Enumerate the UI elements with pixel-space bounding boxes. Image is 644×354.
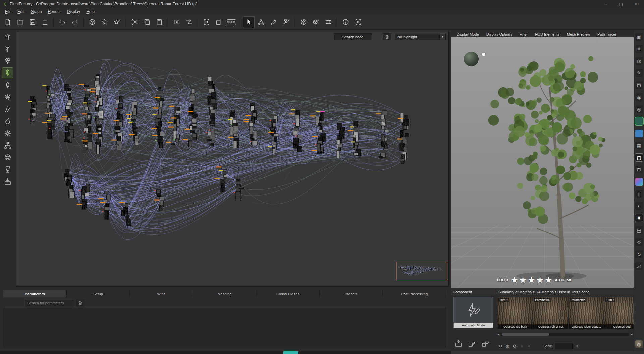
scrollbar-thumb[interactable] [502, 333, 549, 336]
search-node-button[interactable]: Search node [334, 33, 372, 40]
import-component-button[interactable] [2, 176, 13, 187]
material-card[interactable]: 10m▾Quercus rob bark [498, 297, 533, 329]
menu-file[interactable]: File [2, 9, 14, 14]
component-card[interactable]: Automatic Mode [453, 297, 493, 328]
material-size-tag[interactable]: Parametric [534, 298, 551, 302]
reset-icon[interactable]: ⟲ [498, 344, 502, 349]
quality-star[interactable]: ★ [536, 276, 544, 284]
material-ball-button[interactable]: ◍ [635, 57, 643, 65]
quality-star[interactable]: ★ [519, 276, 527, 284]
edit-component-button[interactable] [467, 339, 477, 348]
select-tool-button[interactable] [243, 17, 254, 28]
tab-parameters[interactable]: Parameters [3, 290, 67, 297]
close-button[interactable]: ✕ [629, 0, 644, 8]
menu-help[interactable]: Help [83, 9, 98, 14]
quality-star[interactable]: ★ [545, 276, 552, 284]
menu-edit[interactable]: Edit [14, 9, 28, 14]
tab-meshing[interactable]: Meshing [193, 290, 257, 297]
publish-button[interactable] [39, 17, 50, 28]
paint-tool-button[interactable]: ✎ [635, 69, 643, 77]
frame-all-button[interactable] [353, 17, 364, 28]
parameter-search-input[interactable] [25, 300, 73, 306]
bud-component-button[interactable] [2, 80, 13, 90]
color-view-button[interactable]: ▢ [635, 178, 643, 186]
delete-node-button[interactable] [383, 33, 391, 40]
mesh-button[interactable] [298, 17, 309, 28]
tab-setup[interactable]: Setup [67, 290, 130, 297]
settings-icon[interactable]: ⚙ [513, 344, 517, 349]
petal-component-button[interactable] [2, 92, 13, 102]
quality-star[interactable]: ★ [511, 276, 518, 284]
preview-tab-mesh-preview[interactable]: Mesh Preview [563, 32, 594, 37]
graph-minimap[interactable] [396, 262, 447, 280]
effects-icon[interactable]: ✦ [527, 344, 531, 349]
tab-presets[interactable]: Presets [320, 290, 383, 297]
favorites-button[interactable] [99, 17, 110, 28]
visibility-button[interactable]: ◉ [635, 93, 643, 101]
edit-tool-button[interactable] [268, 17, 279, 28]
chevron-down-icon[interactable]: ▼ [439, 34, 445, 40]
textured-view-button[interactable]: ▢ [635, 130, 643, 137]
material-size-tag[interactable]: Parametric [570, 298, 586, 302]
pipeline-button[interactable] [323, 17, 334, 28]
render-button[interactable]: RENDER [226, 17, 237, 28]
capture-button[interactable]: ▣ [635, 33, 643, 41]
preview-tab-path-tracer[interactable]: Path Tracer [594, 32, 620, 37]
trunk-component-button[interactable] [2, 32, 13, 42]
grid-view-button[interactable]: ▦ [635, 142, 643, 149]
menu-graph[interactable]: Graph [28, 9, 45, 14]
fruit-component-button[interactable] [2, 116, 13, 126]
material-size-tag[interactable]: 10m▾ [605, 298, 615, 302]
material-card[interactable]: 10m▾Quercus bud [604, 297, 634, 329]
scale-input[interactable] [555, 343, 573, 349]
add-group-button[interactable] [213, 17, 224, 28]
navigation-button[interactable]: ⊙ [635, 238, 643, 246]
layout-tool-button[interactable] [256, 17, 267, 28]
quality-star[interactable]: ★ [528, 276, 535, 284]
node-graph-canvas[interactable] [16, 31, 448, 286]
wire-grid-button[interactable]: # [635, 214, 643, 222]
leaf-component-button[interactable] [2, 68, 13, 78]
undo-button[interactable] [57, 17, 68, 28]
preview-viewport[interactable]: LOD 0 ★★★★★ AUTO off [451, 37, 634, 288]
export-view-button[interactable]: ⇄ [635, 262, 643, 270]
cut-links-tool-button[interactable] [280, 17, 291, 28]
new-node-button[interactable] [87, 17, 98, 28]
panel-preview-button[interactable]: ▤ [635, 226, 643, 234]
info-button[interactable] [340, 17, 351, 28]
swap-links-button[interactable] [183, 17, 195, 28]
basin-component-button[interactable] [2, 164, 13, 174]
minimize-button[interactable]: ─ [598, 0, 613, 8]
open-file-button[interactable] [14, 17, 25, 28]
clear-search-button[interactable] [76, 300, 84, 306]
materials-scrollbar[interactable]: ◀ ▶ [496, 332, 634, 336]
copy-button[interactable] [141, 17, 152, 28]
tab-wind[interactable]: Wind [130, 290, 193, 297]
detach-component-button[interactable] [480, 339, 490, 348]
device-preview-button[interactable]: ▯ [635, 190, 643, 198]
cut-button[interactable] [129, 17, 140, 28]
snapshot-button[interactable] [201, 17, 212, 28]
material-card[interactable]: ParametricQuercus rob br cut [533, 297, 568, 329]
scroll-right-icon[interactable]: ▶ [630, 332, 634, 336]
quality-stars[interactable]: ★★★★★ [511, 276, 552, 284]
preview-tab-display-options[interactable]: Display Options [483, 32, 516, 37]
solid-view-button[interactable]: ▢ [635, 154, 643, 161]
import-component-button[interactable] [453, 339, 463, 348]
menu-render[interactable]: Render [45, 9, 64, 14]
menu-display[interactable]: Display [64, 9, 83, 14]
scrollbar-track[interactable] [501, 333, 629, 336]
scroll-left-icon[interactable]: ◀ [496, 332, 500, 336]
preview-tab-filter[interactable]: Filter [516, 32, 531, 37]
brightness-icon[interactable]: ☀ [520, 344, 524, 349]
material-card[interactable]: ParametricQuercus robur dead... [569, 297, 604, 329]
redo-button[interactable] [69, 17, 80, 28]
preview-ball-icon[interactable]: ◍ [505, 344, 509, 349]
render-settings-button[interactable]: ❖ [635, 45, 643, 53]
save-file-button[interactable] [27, 17, 38, 28]
tab-post-processing[interactable]: Post Processing [383, 290, 446, 297]
light-position-handle[interactable] [482, 53, 485, 56]
highlight-dropdown[interactable]: No highlight ▼ [395, 34, 446, 40]
foliage-component-button[interactable] [2, 56, 13, 66]
paste-button[interactable] [154, 17, 165, 28]
